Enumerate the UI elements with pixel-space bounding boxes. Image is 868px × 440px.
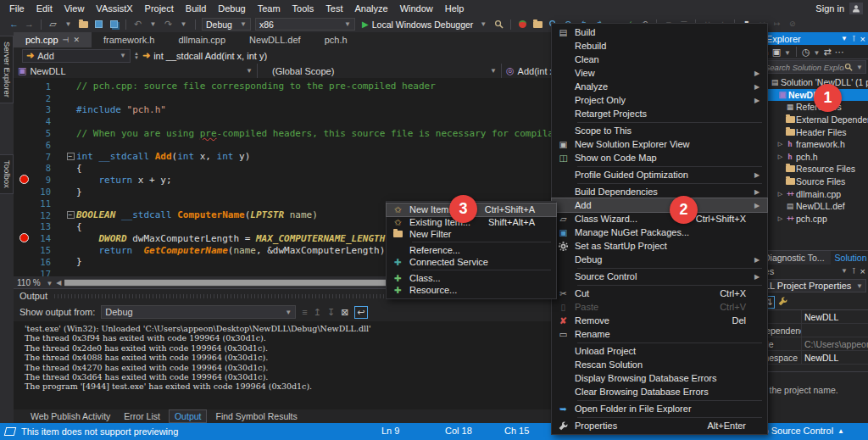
breakpoint-margin[interactable]: [14, 232, 36, 244]
tree-item-framework-h[interactable]: ▷hframework.h: [760, 138, 868, 151]
sign-in-link[interactable]: Sign in: [815, 3, 844, 14]
menu-item-open-folder-in-file-explorer[interactable]: ➥Open Folder in File Explorer: [552, 402, 767, 415]
scroll-left-arrow-icon[interactable]: ◀: [56, 279, 61, 287]
collapse-icon[interactable]: −: [67, 211, 75, 219]
next-bookmark-icon[interactable]: ↦: [771, 18, 782, 31]
menu-item-cut[interactable]: ✂CutCtrl+X: [552, 287, 767, 300]
start-debugging-button[interactable]: ▶ Local Windows Debugger▼: [359, 19, 489, 30]
breakpoint-margin[interactable]: [14, 81, 36, 92]
breakpoint-margin[interactable]: [14, 209, 36, 221]
property-row[interactable]: (Name)NewDLL: [760, 310, 868, 324]
panel-tab-error-list[interactable]: Error List: [119, 410, 165, 422]
properties-object-dropdown[interactable]: NewDLL Project Properties▼: [761, 279, 866, 292]
menubar-item-view[interactable]: View: [58, 2, 91, 15]
find-message-icon[interactable]: ≡: [302, 307, 307, 317]
menu-item-build-dependencies[interactable]: Build Dependencies▶: [552, 185, 767, 198]
person-icon[interactable]: [849, 3, 863, 14]
dock-tab-diagnostic-to-[interactable]: Diagnostic To...: [760, 251, 829, 265]
menu-item-source-control[interactable]: Source Control▶: [552, 270, 767, 283]
tree-item-pch-cpp[interactable]: ▷++pch.cpp: [760, 213, 868, 226]
menubar-item-test[interactable]: Test: [320, 2, 348, 15]
expand-chevron-icon[interactable]: ▷: [776, 215, 784, 222]
solution-explorer-search[interactable]: Search Solution Explorer (Ctrl+;) ▼: [761, 60, 866, 74]
menubar-item-vassistx[interactable]: VAssistX: [90, 2, 138, 15]
menu-item-analyze[interactable]: Analyze▶: [552, 80, 767, 93]
menu-item-add[interactable]: Add▶: [552, 198, 767, 212]
scope-dropdown[interactable]: (Global Scope)▼: [258, 64, 502, 78]
panel-tab-find-symbol-results[interactable]: Find Symbol Results: [210, 410, 302, 422]
menu-item-clear-browsing-database-errors[interactable]: Clear Browsing Database Errors: [552, 385, 767, 398]
dock-tab-solution-expl-[interactable]: Solution Expl...: [831, 251, 868, 265]
menu-item-profile-guided-optimization[interactable]: Profile Guided Optimization▶: [552, 168, 767, 181]
breakpoint-margin[interactable]: [14, 115, 36, 127]
menu-item-connected-service[interactable]: ✚Connected Service: [387, 256, 556, 269]
tree-item-pch-h[interactable]: ▷hpch.h: [760, 151, 868, 164]
fold-margin[interactable]: −: [64, 211, 76, 219]
fold-margin[interactable]: −: [64, 153, 76, 160]
next-message-icon[interactable]: ↧: [327, 307, 335, 318]
breakpoint-margin[interactable]: [14, 221, 36, 233]
close-icon[interactable]: ✕: [73, 36, 80, 44]
property-row[interactable]: Root NamespaceNewDLL: [760, 351, 868, 365]
navigate-back-icon[interactable]: ←: [8, 18, 19, 31]
va-open-file-icon[interactable]: [532, 18, 543, 31]
va-spinner-control[interactable]: ▲▼: [134, 52, 139, 60]
tree-item-resource-files[interactable]: Resource Files: [760, 163, 868, 175]
breakpoint-icon[interactable]: [19, 175, 29, 184]
breakpoint-margin[interactable]: [14, 151, 36, 163]
menu-item-class-wizard-[interactable]: ▱Class Wizard...Ctrl+Shift+X: [552, 212, 767, 226]
menu-item-view[interactable]: View▶: [552, 66, 767, 80]
menubar-item-help[interactable]: Help: [439, 2, 470, 15]
breakpoint-margin[interactable]: [14, 174, 36, 186]
menu-item-resource-[interactable]: ✚Resource...: [387, 284, 556, 297]
menu-item-show-on-code-map[interactable]: ◫Show on Code Map: [552, 151, 767, 164]
expand-chevron-icon[interactable]: ▷: [776, 141, 784, 148]
zoom-level-dropdown[interactable]: 110 % ▼: [17, 278, 53, 287]
save-icon[interactable]: [93, 18, 104, 31]
va-tomato-icon[interactable]: [517, 18, 528, 31]
menubar-item-build[interactable]: Build: [180, 2, 212, 15]
tree-item-dllmain-cpp[interactable]: ▷++dllmain.cpp: [760, 187, 868, 200]
breakpoint-margin[interactable]: [14, 268, 36, 276]
property-row[interactable]: Project Dependencies: [760, 324, 868, 337]
expand-chevron-icon[interactable]: ▷: [776, 191, 784, 198]
menu-item-display-browsing-database-errors[interactable]: Display Browsing Database Errors: [552, 371, 767, 385]
menu-item-unload-project[interactable]: Unload Project: [552, 344, 767, 358]
menu-item-scope-to-this[interactable]: Scope to This: [552, 124, 767, 137]
document-tab-dllmain.cpp[interactable]: dllmain.cpp: [166, 32, 237, 47]
sync-with-active-document-icon[interactable]: ⇄: [824, 47, 832, 58]
breakpoint-margin[interactable]: [14, 244, 36, 256]
menu-item-manage-nuget-packages-[interactable]: ▣Manage NuGet Packages...: [552, 226, 767, 239]
menu-item-properties[interactable]: PropertiesAlt+Enter: [552, 419, 767, 432]
window-position-icon[interactable]: ▼: [841, 35, 848, 42]
tree-item-external-dependencies[interactable]: External Dependencies: [760, 114, 868, 126]
previous-message-icon[interactable]: ↥: [314, 307, 321, 318]
breakpoint-margin[interactable]: [14, 198, 36, 209]
tool-window-tab-server-explorer[interactable]: Server Explorer: [0, 36, 14, 103]
project-dropdown[interactable]: ▣ NewDLL▼: [14, 64, 258, 78]
menu-item-rename[interactable]: ▭Rename: [552, 327, 767, 341]
menu-item-project-only[interactable]: Project Only▶: [552, 93, 767, 107]
word-wrap-icon[interactable]: ↩: [354, 306, 367, 319]
menu-item-reference-[interactable]: Reference...: [387, 244, 556, 257]
tree-item-solution-newdll-1-project-[interactable]: ▤Solution 'NewDLL' (1 project): [760, 76, 868, 89]
menu-item-remove[interactable]: ✘RemoveDel: [552, 314, 767, 327]
clear-bookmarks-icon[interactable]: ⊘: [787, 18, 798, 31]
dropdown-caret-icon[interactable]: ▼: [63, 18, 74, 31]
document-tab-pch.cpp[interactable]: pch.cpp⊣✕: [14, 32, 92, 47]
property-row[interactable]: Project FileC:\Users\appeon\: [760, 337, 868, 351]
breakpoint-margin[interactable]: [14, 256, 36, 268]
menubar-item-debug[interactable]: Debug: [212, 2, 251, 15]
menu-item-build[interactable]: ▤Build: [552, 25, 767, 39]
breakpoint-icon[interactable]: [19, 233, 29, 242]
menu-item-rebuild[interactable]: Rebuild: [552, 39, 767, 53]
window-position-icon[interactable]: ▼: [841, 267, 848, 275]
menu-item-set-as-startup-project[interactable]: Set as StartUp Project: [552, 239, 767, 253]
switch-views-icon[interactable]: ▣▼: [772, 47, 791, 58]
more-options-icon[interactable]: ⋯: [835, 47, 844, 58]
close-icon[interactable]: ×: [860, 34, 865, 44]
dropdown-caret-icon[interactable]: ▼: [147, 18, 159, 31]
menubar-item-analyze[interactable]: Analyze: [348, 2, 393, 15]
panel-tab-output[interactable]: Output: [169, 409, 208, 423]
wrench-icon[interactable]: [778, 297, 787, 308]
